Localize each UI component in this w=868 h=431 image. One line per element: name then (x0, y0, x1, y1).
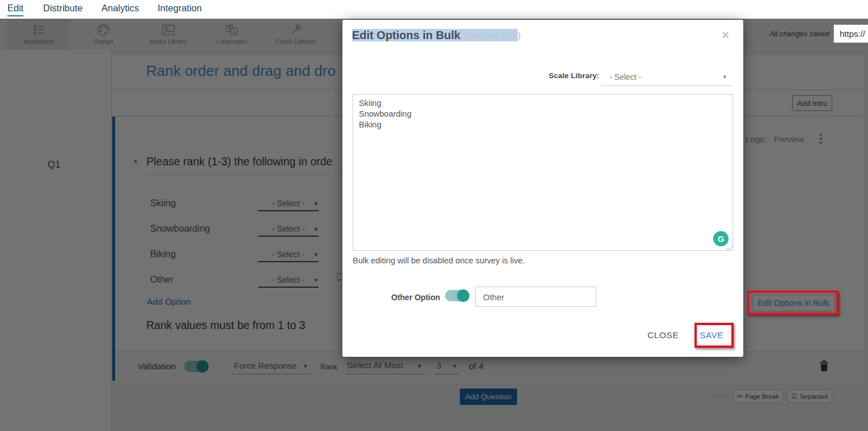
toggle-knob (457, 289, 469, 302)
other-option-label: Other Option (391, 293, 440, 302)
survey-url-box (833, 24, 868, 43)
modal-title-hint: (one per line (464, 31, 518, 41)
modal-title-hint-paren: ) (518, 31, 520, 41)
tab-distribute[interactable]: Distribute (43, 3, 83, 16)
bulk-edit-note: Bulk editing will be disabled once surve… (353, 256, 525, 265)
grammarly-icon[interactable]: G (713, 231, 729, 246)
edit-options-bulk-modal: Edit Options in Bulk (one per line) × Sc… (342, 20, 743, 357)
close-button[interactable]: CLOSE (647, 330, 679, 340)
top-nav: Edit Distribute Analytics Integration (0, 0, 868, 19)
bulk-options-textarea[interactable]: Skiing Snowboarding Biking (353, 94, 733, 251)
close-icon[interactable]: × (722, 29, 729, 41)
chevron-down-icon (723, 73, 726, 80)
survey-url-input[interactable] (840, 29, 868, 39)
tab-analytics[interactable]: Analytics (101, 3, 139, 16)
save-button[interactable]: SAVE (700, 330, 723, 340)
tab-integration[interactable]: Integration (158, 3, 202, 16)
modal-title: Edit Options in Bulk (one per line) (352, 29, 520, 42)
scale-library-select[interactable]: - Select - (601, 68, 733, 86)
survey-editor-screen: Edit Distribute Analytics Integration Wo… (0, 0, 868, 431)
tab-edit[interactable]: Edit (7, 3, 23, 16)
scale-library-label: Scale Library: (540, 71, 599, 80)
other-option-toggle[interactable] (445, 290, 469, 301)
other-option-input[interactable] (475, 287, 596, 307)
modal-title-text: Edit Options in Bulk (352, 29, 460, 41)
